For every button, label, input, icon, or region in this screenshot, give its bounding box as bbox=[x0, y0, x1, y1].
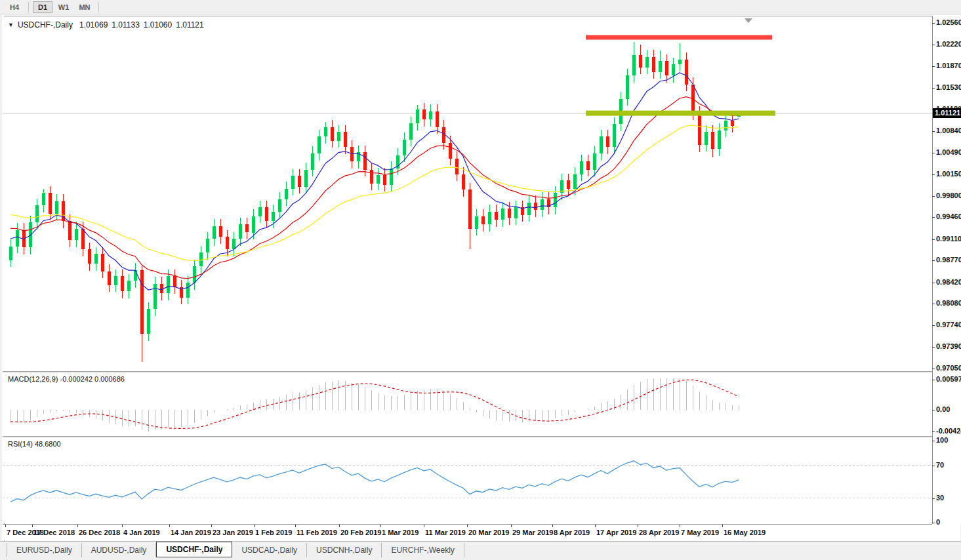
rsi-axis-label: 100 bbox=[936, 436, 948, 444]
price-axis-label: 0.97740 bbox=[936, 321, 961, 329]
timeframe-button-d1[interactable]: D1 bbox=[33, 1, 52, 13]
macd-indicator-pane[interactable] bbox=[3, 372, 932, 436]
date-axis-tick bbox=[5, 525, 6, 527]
price-axis-tick bbox=[932, 66, 935, 67]
rsi-axis-label: 30 bbox=[936, 494, 944, 502]
macd-axis-tick bbox=[932, 410, 935, 410]
chart-dropdown-icon[interactable]: ▼ bbox=[8, 22, 14, 28]
date-axis-tick bbox=[77, 525, 78, 527]
chart-tab-eurchfweekly[interactable]: EURCHF-,Weekly bbox=[382, 543, 464, 557]
price-axis-tick bbox=[932, 217, 935, 218]
macd-axis-tick bbox=[932, 380, 935, 380]
price-axis-tick bbox=[932, 239, 935, 240]
chart-tabbar: EURUSD-,DailyAUDUSD-,DailyUSDCHF-,DailyU… bbox=[0, 541, 961, 557]
date-axis-label: 29 Mar 2019 bbox=[512, 529, 553, 536]
date-axis-label: 16 May 2019 bbox=[724, 529, 766, 536]
candles-layer bbox=[9, 42, 741, 362]
date-axis-label: 14 Jan 2019 bbox=[171, 529, 211, 536]
price-axis-label: 1.01870 bbox=[936, 62, 961, 70]
price-axis-label: 0.98770 bbox=[936, 256, 961, 264]
rsi-axis-label: 0 bbox=[936, 518, 940, 526]
date-axis-label: 23 Jan 2019 bbox=[213, 529, 253, 536]
rsi-axis-tick bbox=[932, 441, 935, 441]
chart-symbol-label: USDCHF-,Daily bbox=[18, 20, 73, 30]
date-axis-tick bbox=[122, 525, 123, 527]
timeframe-button-h4[interactable]: H4 bbox=[5, 1, 24, 13]
date-axis-tick bbox=[511, 525, 512, 527]
bottom-strip bbox=[0, 557, 961, 560]
price-axis-tick bbox=[932, 283, 935, 283]
rsi-axis-tick bbox=[932, 523, 935, 523]
date-axis-tick bbox=[295, 525, 296, 527]
price-axis-label: 1.00490 bbox=[936, 148, 961, 156]
price-axis[interactable] bbox=[932, 16, 961, 524]
date-axis-label: 26 Dec 2018 bbox=[79, 529, 120, 536]
rsi-axis-tick bbox=[932, 466, 935, 466]
date-axis[interactable]: 7 Dec 201817 Dec 201826 Dec 20184 Jan 20… bbox=[3, 524, 932, 540]
terminal-window: H4D1W1MN ▼ USDCHF-,Daily 1.01069 1.01133… bbox=[0, 0, 961, 560]
price-axis-tick bbox=[932, 153, 935, 153]
price-chart[interactable] bbox=[3, 16, 932, 371]
date-axis-tick bbox=[380, 525, 381, 527]
chart-tab-usdcaddaily[interactable]: USDCAD-,Daily bbox=[232, 543, 307, 557]
price-axis-label: 0.97050 bbox=[936, 364, 961, 372]
ma-fast-line bbox=[10, 73, 739, 290]
price-axis-tick bbox=[932, 196, 935, 197]
chart-tab-eurusddaily[interactable]: EURUSD-,Daily bbox=[7, 543, 82, 557]
date-axis-label: 17 Apr 2019 bbox=[596, 529, 636, 536]
chart-shift-marker[interactable] bbox=[745, 18, 752, 23]
price-axis-tick bbox=[932, 369, 935, 369]
date-axis-tick bbox=[638, 525, 638, 527]
date-axis-tick bbox=[552, 525, 553, 527]
macd-axis-label: -0.004243 bbox=[936, 427, 961, 435]
timeframe-button-mn[interactable]: MN bbox=[75, 1, 94, 13]
chart-tab-usdcnhdaily[interactable]: USDCNH-,Daily bbox=[307, 543, 382, 557]
date-axis-label: 1 Feb 2019 bbox=[255, 529, 292, 536]
ohlc-open: 1.01069 bbox=[79, 20, 108, 30]
price-axis-label: 0.97390 bbox=[936, 342, 961, 350]
ohlc-high: 1.01133 bbox=[112, 20, 140, 30]
date-axis-tick bbox=[467, 525, 468, 527]
macd-axis-tick bbox=[932, 431, 935, 432]
macd-histogram bbox=[10, 378, 739, 431]
support-line[interactable] bbox=[586, 111, 775, 116]
chart-title: ▼ USDCHF-,Daily 1.01069 1.01133 1.01060 … bbox=[8, 20, 208, 30]
timeframe-button-w1[interactable]: W1 bbox=[54, 1, 73, 13]
date-axis-label: 11 Feb 2019 bbox=[296, 529, 337, 536]
date-axis-label: 8 Apr 2019 bbox=[554, 529, 590, 536]
rsi-indicator-pane[interactable] bbox=[3, 437, 932, 523]
current-price-box: 1.01121 bbox=[933, 108, 961, 118]
price-axis-tick bbox=[932, 347, 935, 348]
date-axis-label: 20 Mar 2019 bbox=[468, 529, 509, 536]
date-axis-tick bbox=[339, 525, 340, 527]
rsi-axis-label: 70 bbox=[936, 461, 944, 469]
date-axis-label: 7 May 2019 bbox=[681, 529, 719, 536]
resistance-line[interactable] bbox=[586, 35, 772, 40]
date-axis-label: 1 Mar 2019 bbox=[382, 529, 419, 536]
price-axis-tick bbox=[932, 325, 935, 326]
price-axis-label: 0.99110 bbox=[936, 235, 961, 243]
date-axis-label: 17 Dec 2018 bbox=[33, 529, 75, 536]
price-axis-label: 1.00840 bbox=[936, 127, 961, 134]
price-axis-tick bbox=[932, 304, 935, 304]
price-axis-label: 0.99800 bbox=[936, 191, 961, 199]
chart-tab-audusddaily[interactable]: AUDUSD-,Daily bbox=[82, 543, 157, 557]
price-axis-label: 0.99460 bbox=[936, 212, 961, 220]
price-axis-tick bbox=[932, 174, 935, 175]
price-axis-tick bbox=[932, 88, 935, 89]
chart-tab-usdchfdaily[interactable]: USDCHF-,Daily bbox=[156, 542, 232, 557]
rsi-line bbox=[10, 461, 739, 502]
date-axis-tick bbox=[424, 525, 424, 527]
date-axis-tick bbox=[211, 525, 212, 527]
timeframe-toolbar: H4D1W1MN bbox=[0, 0, 961, 14]
toolbar-separator bbox=[98, 2, 99, 12]
rsi-label: RSI(14) 48.6800 bbox=[7, 440, 62, 448]
date-axis-tick bbox=[32, 525, 33, 527]
macd-axis-label: 0.00597 bbox=[936, 375, 961, 383]
macd-axis-label: 0.00 bbox=[936, 405, 950, 413]
date-axis-label: 28 Apr 2019 bbox=[639, 529, 679, 536]
price-axis-label: 1.02220 bbox=[936, 40, 961, 48]
date-axis-tick bbox=[722, 525, 723, 527]
toolbar-separator bbox=[28, 2, 29, 12]
price-axis-label: 1.01530 bbox=[936, 83, 961, 91]
